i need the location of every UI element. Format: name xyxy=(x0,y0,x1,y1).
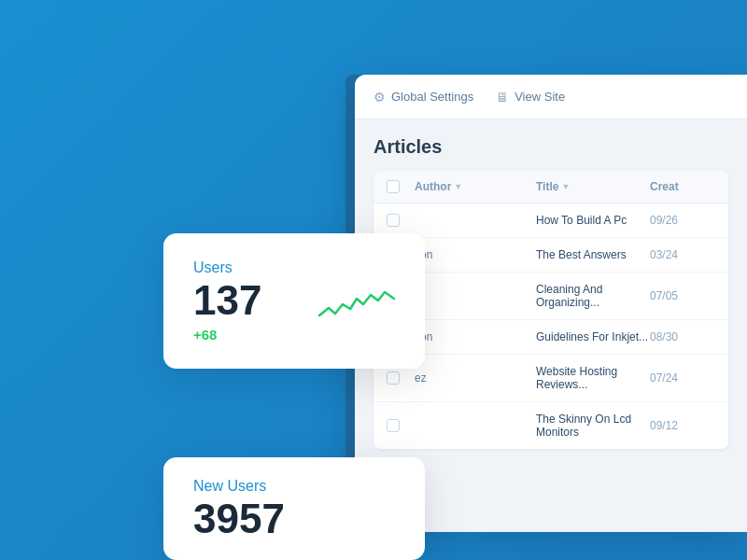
row-date: 07/24 xyxy=(650,371,715,385)
created-header-label: Creat xyxy=(650,180,679,193)
new-users-count: 3957 xyxy=(193,498,399,539)
title-header[interactable]: Title ▼ xyxy=(536,180,650,193)
global-settings-label: Global Settings xyxy=(391,90,473,104)
author-header-label: Author xyxy=(415,180,451,193)
checkbox-header xyxy=(387,180,415,193)
row-title: The Skinny On Lcd Monitors xyxy=(536,413,650,439)
select-all-checkbox[interactable] xyxy=(387,180,400,193)
new-users-label: New Users xyxy=(193,478,399,495)
row-title: Cleaning And Organizing... xyxy=(536,283,650,309)
table-row[interactable]: How To Build A Pc 09/26 xyxy=(374,203,728,238)
row-title: Guidelines For Inkjet... xyxy=(536,330,650,343)
row-author: son xyxy=(415,248,536,261)
table-row[interactable]: son Guidelines For Inkjet... 08/30 xyxy=(374,320,728,355)
author-sort-icon: ▼ xyxy=(454,182,462,191)
users-info: Users 137 +68 xyxy=(193,259,261,343)
view-site-button[interactable]: 🖥 View Site xyxy=(496,90,565,105)
new-users-card: New Users 3957 xyxy=(163,457,425,560)
view-site-label: View Site xyxy=(514,90,565,104)
row-date: 07/05 xyxy=(650,289,715,302)
table-row[interactable]: The Skinny On Lcd Monitors 09/12 xyxy=(374,402,728,449)
articles-title: Articles xyxy=(374,136,728,158)
table-row[interactable]: ez Website Hosting Reviews... 07/24 xyxy=(374,355,728,402)
title-header-label: Title xyxy=(536,180,558,193)
users-delta: +68 xyxy=(193,327,261,343)
users-card: Users 137 +68 xyxy=(163,233,425,369)
row-date: 08/30 xyxy=(650,330,715,343)
global-settings-button[interactable]: ⚙ Global Settings xyxy=(374,90,473,105)
monitor-icon: 🖥 xyxy=(496,90,509,105)
row-date: 03/24 xyxy=(650,248,715,261)
row-title: Website Hosting Reviews... xyxy=(536,365,650,391)
users-chart xyxy=(315,278,399,325)
users-label: Users xyxy=(193,259,261,276)
author-header[interactable]: Author ▼ xyxy=(415,180,536,193)
articles-table: Author ▼ Title ▼ Creat How To Build A Pc… xyxy=(374,171,728,449)
row-date: 09/12 xyxy=(650,419,715,432)
row-author: ez xyxy=(415,371,536,385)
created-header[interactable]: Creat xyxy=(650,180,715,193)
row-author: son xyxy=(415,330,536,343)
row-checkbox[interactable] xyxy=(387,419,400,432)
admin-header: ⚙ Global Settings 🖥 View Site xyxy=(355,75,747,119)
table-row[interactable]: son The Best Answers 03/24 xyxy=(374,238,728,273)
row-checkbox[interactable] xyxy=(387,371,400,385)
table-header: Author ▼ Title ▼ Creat xyxy=(374,171,728,203)
row-date: 09/26 xyxy=(650,214,715,227)
settings-icon: ⚙ xyxy=(374,90,386,105)
table-row[interactable]: Cleaning And Organizing... 07/05 xyxy=(374,273,728,320)
row-title: How To Build A Pc xyxy=(536,214,650,227)
title-sort-icon: ▼ xyxy=(561,182,570,191)
row-checkbox[interactable] xyxy=(387,214,400,227)
row-title: The Best Answers xyxy=(536,248,650,261)
users-count: 137 xyxy=(193,280,261,321)
